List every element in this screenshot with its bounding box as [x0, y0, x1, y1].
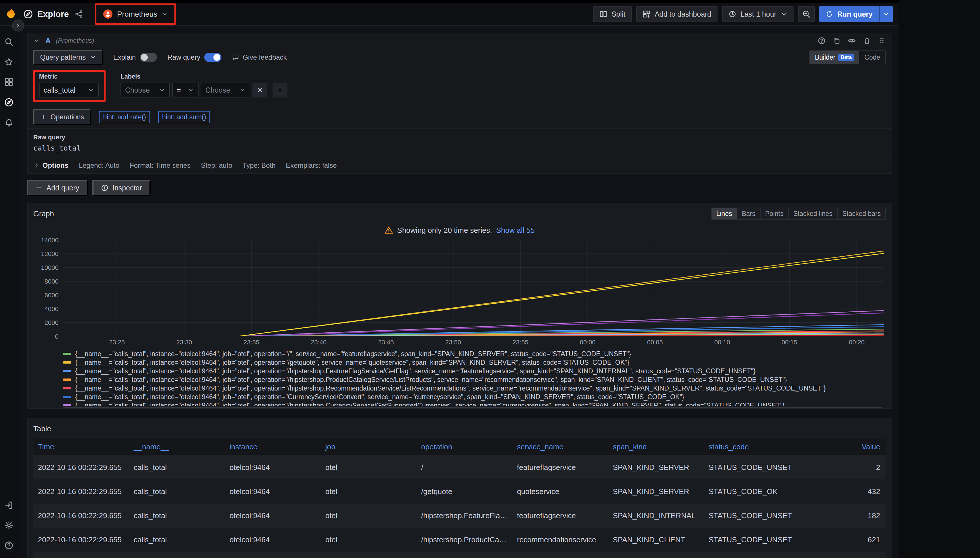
graph-mode-switch: LinesBarsPointsStacked linesStacked bars [711, 208, 886, 220]
legend-item[interactable]: {__name__="calls_total", instance="otelc… [63, 358, 886, 367]
series-limit-warning: Showing only 20 time series. Show all 55 [33, 225, 886, 235]
table-cell: 2 [800, 463, 886, 472]
legend-scrollbar[interactable] [63, 407, 883, 409]
table-row: 2022-10-16 00:22:29.655calls_totalotelco… [33, 455, 886, 479]
explore-content: A (Prometheus) Query patterns [18, 26, 898, 558]
left-sidebar [0, 26, 18, 558]
metric-labels-row: Metric calls_total Labels Choose [28, 67, 892, 105]
table-row: 2022-10-16 00:22:29.655calls_totalotelco… [33, 552, 886, 558]
graph-mode-points[interactable]: Points [760, 208, 788, 219]
y-axis-tick: 6000 [44, 292, 59, 299]
query-patterns-dropdown[interactable]: Query patterns [33, 50, 103, 65]
star-icon[interactable] [4, 57, 13, 67]
options-label: Options [43, 161, 69, 169]
run-query-button[interactable]: Run query [819, 6, 893, 22]
show-all-series-link[interactable]: Show all 55 [496, 226, 534, 235]
drag-handle-icon[interactable] [878, 37, 886, 45]
y-axis-tick: 10000 [41, 264, 59, 272]
legend-item[interactable]: {__name__="calls_total", instance="otelc… [63, 401, 886, 406]
raw-query-section: Raw query calls_total [28, 128, 892, 157]
help-icon[interactable] [4, 541, 13, 550]
table-cell: featureflagservice [512, 463, 608, 472]
add-to-dashboard-button[interactable]: Add to dashboard [636, 6, 717, 22]
column-header--name-[interactable]: __name__ [129, 439, 225, 455]
eye-icon[interactable] [847, 36, 856, 45]
run-query-caret[interactable] [879, 6, 893, 22]
zoom-out-button[interactable] [798, 6, 815, 22]
label-operator-value: = [177, 86, 181, 94]
add-label-button[interactable] [273, 82, 288, 97]
trash-icon[interactable] [863, 37, 871, 45]
y-axis-tick: 14000 [41, 236, 59, 244]
legend-series-label: {__name__="calls_total", instance="otelc… [75, 376, 787, 384]
options-row: Options Legend: AutoFormat: Time seriesS… [28, 157, 892, 174]
gear-icon[interactable] [4, 521, 13, 530]
column-header-status-code[interactable]: status_code [704, 439, 800, 455]
sign-in-icon[interactable] [4, 501, 13, 510]
label-value-placeholder: Choose [206, 86, 230, 94]
code-tab[interactable]: Code [859, 51, 885, 64]
graph-mode-stacked-bars[interactable]: Stacked bars [837, 208, 885, 219]
time-range-picker[interactable]: Last 1 hour [722, 6, 794, 22]
chevron-down-icon[interactable] [33, 37, 40, 44]
search-icon[interactable] [4, 37, 13, 46]
label-value-select[interactable]: Choose [201, 82, 250, 97]
hint-add-rate[interactable]: hint: add rate() [99, 111, 150, 123]
column-header-time[interactable]: Time [33, 439, 129, 455]
split-button[interactable]: Split [593, 6, 632, 22]
legend-item[interactable]: {__name__="calls_total", instance="otelc… [63, 350, 886, 358]
table-cell: 2022-10-16 00:22:29.655 [33, 463, 129, 472]
legend-item[interactable]: {__name__="calls_total", instance="otelc… [63, 375, 886, 384]
column-header-service-name[interactable]: service_name [512, 439, 608, 455]
metric-value: calls_total [44, 86, 76, 94]
refresh-icon [825, 10, 833, 18]
label-name-select[interactable]: Choose [120, 82, 170, 97]
column-header-span-kind[interactable]: span_kind [608, 439, 704, 455]
table-cell: STATUS_CODE_UNSET [704, 511, 800, 520]
x-axis-tick: 00:20 [836, 339, 877, 346]
table-cell: / [416, 463, 512, 472]
time-series-chart: 02000400060008000100001200014000 23:2523… [33, 240, 886, 346]
table-cell: 2022-10-16 00:22:29.655 [33, 487, 129, 496]
graph-mode-bars[interactable]: Bars [737, 208, 760, 219]
operations-row: Operations hint: add rate() hint: add su… [28, 105, 892, 128]
apps-icon[interactable] [4, 77, 13, 87]
legend-item[interactable]: {__name__="calls_total", instance="otelc… [63, 392, 886, 401]
query-help-icon[interactable] [817, 37, 825, 45]
column-header-instance[interactable]: instance [225, 439, 321, 455]
split-icon [599, 10, 607, 18]
inspector-button[interactable]: Inspector [92, 180, 151, 196]
graph-canvas[interactable]: 23:2523:3023:3523:4023:4523:5023:5500:00… [63, 240, 884, 346]
column-header-value[interactable]: Value [800, 439, 886, 455]
hint-add-sum[interactable]: hint: add sum() [158, 111, 210, 123]
label-operator-select[interactable]: = [172, 82, 199, 97]
copy-icon[interactable] [832, 37, 840, 45]
builder-tab[interactable]: Builder Beta [810, 51, 859, 64]
time-range-label: Last 1 hour [740, 10, 776, 18]
options-expander[interactable]: Options [33, 161, 69, 169]
graph-panel: Graph LinesBarsPointsStacked linesStacke… [27, 203, 892, 409]
column-header-operation[interactable]: operation [416, 439, 512, 455]
bell-icon[interactable] [4, 118, 13, 127]
explain-toggle[interactable] [140, 53, 157, 62]
legend-item[interactable]: {__name__="calls_total", instance="otelc… [63, 384, 886, 392]
query-row-header[interactable]: A (Prometheus) [28, 33, 892, 48]
y-axis-tick: 12000 [41, 250, 59, 258]
graph-mode-lines[interactable]: Lines [712, 208, 737, 219]
give-feedback-link[interactable]: Give feedback [232, 53, 286, 61]
column-header-job[interactable]: job [321, 439, 416, 455]
metric-select[interactable]: calls_total [39, 82, 99, 97]
remove-label-button[interactable] [252, 82, 267, 97]
legend-item[interactable]: {__name__="calls_total", instance="otelc… [63, 367, 886, 375]
operations-button[interactable]: Operations [33, 109, 91, 125]
add-query-button[interactable]: Add query [27, 180, 88, 196]
compass-icon-explore[interactable] [4, 97, 14, 107]
raw-query-value: calls_total [33, 144, 886, 152]
raw-query-toggle[interactable] [204, 53, 222, 62]
table-cell: calls_total [129, 511, 225, 520]
split-label: Split [612, 10, 625, 18]
share-icon[interactable] [75, 10, 83, 18]
graph-mode-stacked-lines[interactable]: Stacked lines [788, 208, 837, 219]
sidebar-expand-button[interactable] [12, 20, 24, 31]
datasource-picker[interactable]: Prometheus [97, 6, 173, 22]
